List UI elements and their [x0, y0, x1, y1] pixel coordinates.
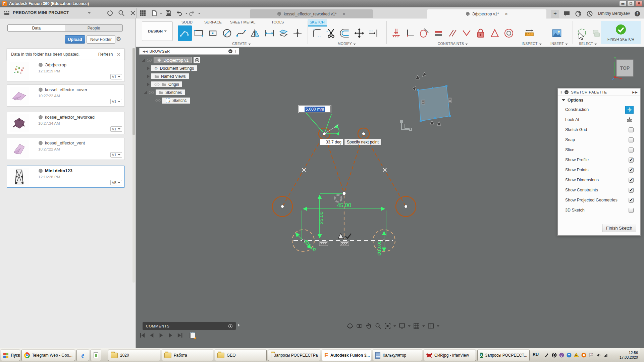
- redo-icon[interactable]: [189, 10, 195, 16]
- projected-sketch[interactable]: [412, 72, 451, 125]
- sketch-grid-checkbox[interactable]: [629, 127, 634, 132]
- viewports-caret-icon[interactable]: [437, 325, 439, 327]
- visibility-eye-icon[interactable]: [149, 90, 154, 95]
- finish-sketch-palette-button[interactable]: Finish Sketch: [602, 224, 636, 232]
- new-folder-button[interactable]: New Folder: [87, 35, 115, 44]
- point-rectangle-tool[interactable]: [206, 25, 220, 41]
- offset-tool[interactable]: [338, 25, 352, 41]
- inspect-group-label[interactable]: INSPECT: [518, 42, 545, 46]
- flag-error-tray-icon[interactable]: [588, 352, 594, 358]
- spline-tool[interactable]: [234, 25, 248, 41]
- design-workspace-button[interactable]: DESIGN: [142, 21, 173, 41]
- comments-bar[interactable]: COMMENTS: [143, 322, 236, 330]
- version-selector[interactable]: V1: [110, 126, 122, 132]
- taskbar-clock[interactable]: 12:56 17.03.2020: [617, 350, 638, 360]
- taskbar-folder-rabota[interactable]: Работа: [162, 350, 213, 361]
- extend-tool[interactable]: [366, 25, 380, 41]
- collapsed-icon[interactable]: [147, 75, 150, 78]
- minimize-palette-icon[interactable]: –: [565, 90, 569, 94]
- close-button[interactable]: ✕: [635, 1, 643, 6]
- taskbar-folder-rosreestr[interactable]: Запросы РОСРЕЕСТРа: [268, 350, 320, 361]
- go-to-end-button[interactable]: [177, 332, 183, 339]
- refresh-icon[interactable]: [107, 10, 113, 16]
- new-tab-button[interactable]: +: [551, 10, 559, 18]
- settings-gear-icon[interactable]: ⚙: [116, 36, 121, 42]
- start-button[interactable]: Пуск: [1, 350, 20, 361]
- angle-input[interactable]: 33.7 deg: [320, 139, 343, 145]
- show-profile-checkbox[interactable]: [629, 158, 634, 163]
- viber-tray-icon[interactable]: [559, 352, 564, 358]
- kaspersky-tray-icon[interactable]: K: [574, 352, 579, 358]
- sync-tray-icon[interactable]: [566, 352, 572, 358]
- eye-off-icon[interactable]: [154, 82, 160, 86]
- tab-tools[interactable]: TOOLS: [269, 19, 286, 25]
- step-forward-button[interactable]: [167, 332, 174, 339]
- project-caret-icon[interactable]: [88, 12, 91, 14]
- show-dimensions-checkbox[interactable]: [629, 178, 634, 183]
- parallel-constraint[interactable]: [445, 25, 460, 41]
- collapse-icon[interactable]: ◄◄: [142, 49, 147, 53]
- maximize-button[interactable]: ❐: [627, 1, 635, 6]
- rotate-handle-icon[interactable]: [335, 195, 341, 202]
- job-status-icon[interactable]: [575, 10, 582, 17]
- show-constraints-checkbox[interactable]: [629, 188, 634, 193]
- collapse-right-icon[interactable]: ►►: [632, 90, 638, 94]
- network-tray-icon[interactable]: [603, 352, 608, 358]
- comments-expand-icon[interactable]: [238, 323, 240, 327]
- undo-caret-icon[interactable]: [185, 13, 188, 14]
- slice-checkbox[interactable]: [629, 147, 634, 153]
- circle-tool[interactable]: [220, 25, 234, 41]
- modify-group-label[interactable]: MODIFY: [310, 42, 384, 46]
- project-tool[interactable]: [276, 25, 290, 41]
- taskbar-fusion[interactable]: F Autodesk Fusion 3...: [322, 350, 371, 361]
- finish-sketch-button[interactable]: FINISH SKETCH: [601, 21, 641, 44]
- collapsed-icon[interactable]: [147, 67, 150, 70]
- user-name[interactable]: Dmitriy Berdyaev: [598, 11, 630, 16]
- equal-constraint[interactable]: [431, 25, 445, 41]
- fix-constraint[interactable]: [474, 25, 488, 41]
- data-item-selected[interactable]: Mini delta123 12:16:28 PM V5: [7, 166, 125, 188]
- visibility-eye-icon[interactable]: [147, 58, 152, 62]
- search-icon[interactable]: [118, 10, 125, 16]
- version-selector[interactable]: V1: [110, 99, 122, 104]
- version-selector[interactable]: V1: [110, 152, 122, 158]
- data-item[interactable]: kossel_effector_reworked 10:27:34 AM V1: [7, 112, 125, 134]
- taskbar-excel[interactable]: X Запросы РОСРЕЕСТ...: [477, 350, 530, 361]
- taskbar-calculator[interactable]: Калькулятор: [373, 350, 422, 361]
- browser-node[interactable]: Origin: [139, 81, 239, 87]
- pan-icon[interactable]: [365, 322, 372, 329]
- fit-icon[interactable]: [384, 322, 391, 329]
- show-points-checkbox[interactable]: [629, 168, 634, 173]
- viewports-icon[interactable]: [427, 322, 434, 329]
- tab-surface[interactable]: SURFACE: [202, 19, 224, 25]
- file-caret-icon[interactable]: [160, 13, 162, 14]
- constraints-group-label[interactable]: CONSTRAINTS: [389, 42, 517, 46]
- sketch-dimension-tool[interactable]: [262, 25, 276, 41]
- minimize-button[interactable]: ▬: [619, 1, 627, 6]
- activate-radio-icon[interactable]: [194, 57, 200, 63]
- viewcube-face-label[interactable]: TOP: [620, 65, 630, 71]
- look-at-button[interactable]: [625, 116, 634, 124]
- coincident-constraint[interactable]: [389, 25, 403, 41]
- snap-checkbox[interactable]: [629, 137, 634, 142]
- taskbar-folder-geo[interactable]: GEO: [215, 350, 267, 361]
- grid-caret-icon[interactable]: [422, 325, 425, 327]
- close-panel-icon[interactable]: [129, 10, 136, 16]
- mirror-tool[interactable]: [248, 25, 262, 41]
- insert-group-label[interactable]: INSERT: [546, 42, 573, 46]
- version-selector[interactable]: V1: [110, 74, 122, 79]
- opera-tray-icon[interactable]: [551, 352, 557, 358]
- viewcube[interactable]: TOP Y: [612, 56, 633, 80]
- data-item[interactable]: kossel_effector_vent 10:27:22 AM V1: [7, 138, 125, 160]
- show-projected-checkbox[interactable]: [629, 198, 634, 203]
- taskbar-folder-2020[interactable]: 2020: [108, 350, 160, 361]
- options-section-header[interactable]: Options: [558, 96, 640, 105]
- measure-tool[interactable]: [522, 25, 536, 41]
- doc-tab-inactive[interactable]: kossel_effector_reworked v1* ✕: [250, 9, 373, 18]
- display-settings-icon[interactable]: [398, 322, 406, 329]
- browser-leaf-sketch1[interactable]: Sketch1: [139, 97, 239, 104]
- zoom-icon[interactable]: [375, 322, 382, 329]
- browser-node[interactable]: Sketches: [139, 89, 239, 96]
- rectangle-tool[interactable]: [192, 25, 206, 41]
- dia-right[interactable]: Ø10.00: [377, 241, 382, 255]
